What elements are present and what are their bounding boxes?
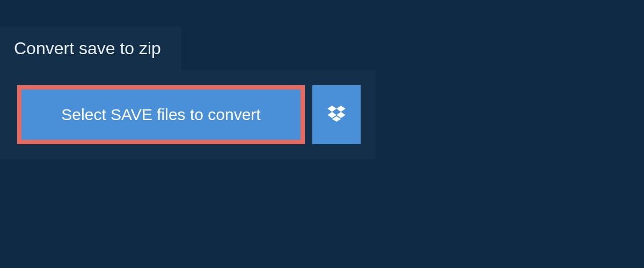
dropbox-button[interactable] (312, 85, 361, 144)
dropbox-icon (326, 103, 347, 126)
tab-label: Convert save to zip (14, 39, 161, 58)
select-files-label: Select SAVE files to convert (61, 106, 260, 124)
tab-bar: Convert save to zip (0, 0, 644, 70)
tab-convert-save-to-zip[interactable]: Convert save to zip (0, 27, 181, 70)
convert-panel: Select SAVE files to convert (0, 70, 376, 159)
select-files-button[interactable]: Select SAVE files to convert (17, 85, 305, 144)
